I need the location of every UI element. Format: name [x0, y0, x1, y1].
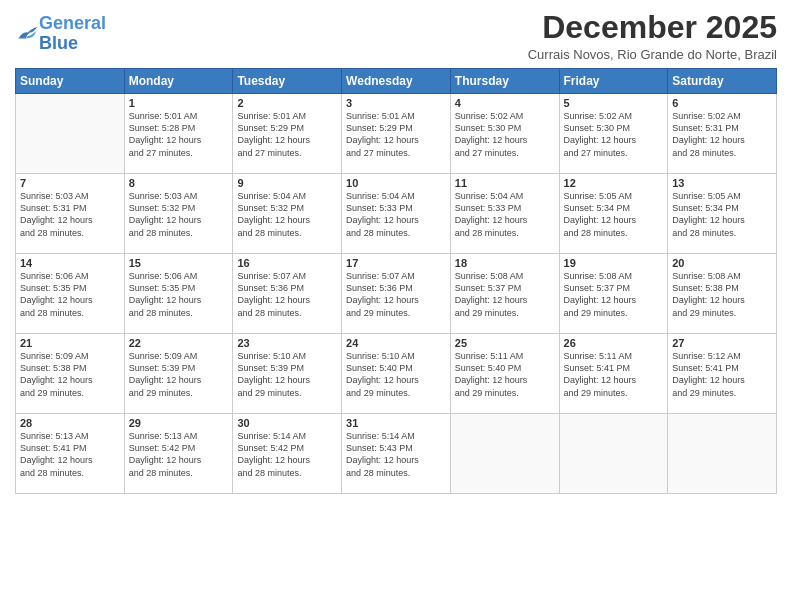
- calendar-cell: 2Sunrise: 5:01 AM Sunset: 5:29 PM Daylig…: [233, 94, 342, 174]
- calendar-cell: 13Sunrise: 5:05 AM Sunset: 5:34 PM Dayli…: [668, 174, 777, 254]
- month-title: December 2025: [528, 10, 777, 45]
- calendar-page: General Blue December 2025 Currais Novos…: [0, 0, 792, 612]
- calendar-cell: 3Sunrise: 5:01 AM Sunset: 5:29 PM Daylig…: [342, 94, 451, 174]
- day-info: Sunrise: 5:02 AM Sunset: 5:30 PM Dayligh…: [455, 110, 555, 159]
- header-row: Sunday Monday Tuesday Wednesday Thursday…: [16, 69, 777, 94]
- day-info: Sunrise: 5:08 AM Sunset: 5:37 PM Dayligh…: [455, 270, 555, 319]
- day-info: Sunrise: 5:10 AM Sunset: 5:39 PM Dayligh…: [237, 350, 337, 399]
- calendar-cell: 10Sunrise: 5:04 AM Sunset: 5:33 PM Dayli…: [342, 174, 451, 254]
- calendar-cell: 5Sunrise: 5:02 AM Sunset: 5:30 PM Daylig…: [559, 94, 668, 174]
- day-info: Sunrise: 5:05 AM Sunset: 5:34 PM Dayligh…: [672, 190, 772, 239]
- week-row-2: 7Sunrise: 5:03 AM Sunset: 5:31 PM Daylig…: [16, 174, 777, 254]
- day-number: 3: [346, 97, 446, 109]
- calendar-cell: 24Sunrise: 5:10 AM Sunset: 5:40 PM Dayli…: [342, 334, 451, 414]
- calendar-cell: 23Sunrise: 5:10 AM Sunset: 5:39 PM Dayli…: [233, 334, 342, 414]
- calendar-cell: 9Sunrise: 5:04 AM Sunset: 5:32 PM Daylig…: [233, 174, 342, 254]
- calendar-cell: 25Sunrise: 5:11 AM Sunset: 5:40 PM Dayli…: [450, 334, 559, 414]
- day-number: 14: [20, 257, 120, 269]
- calendar-cell: 8Sunrise: 5:03 AM Sunset: 5:32 PM Daylig…: [124, 174, 233, 254]
- calendar-cell: [450, 414, 559, 494]
- day-number: 21: [20, 337, 120, 349]
- calendar-cell: 6Sunrise: 5:02 AM Sunset: 5:31 PM Daylig…: [668, 94, 777, 174]
- day-info: Sunrise: 5:04 AM Sunset: 5:33 PM Dayligh…: [346, 190, 446, 239]
- day-number: 18: [455, 257, 555, 269]
- calendar-cell: 30Sunrise: 5:14 AM Sunset: 5:42 PM Dayli…: [233, 414, 342, 494]
- logo-text: General Blue: [39, 14, 106, 54]
- calendar-cell: 16Sunrise: 5:07 AM Sunset: 5:36 PM Dayli…: [233, 254, 342, 334]
- calendar-cell: [559, 414, 668, 494]
- calendar-cell: 18Sunrise: 5:08 AM Sunset: 5:37 PM Dayli…: [450, 254, 559, 334]
- day-number: 29: [129, 417, 229, 429]
- calendar-cell: 4Sunrise: 5:02 AM Sunset: 5:30 PM Daylig…: [450, 94, 559, 174]
- day-number: 2: [237, 97, 337, 109]
- day-number: 28: [20, 417, 120, 429]
- day-number: 13: [672, 177, 772, 189]
- calendar-cell: 19Sunrise: 5:08 AM Sunset: 5:37 PM Dayli…: [559, 254, 668, 334]
- day-number: 23: [237, 337, 337, 349]
- calendar-cell: 14Sunrise: 5:06 AM Sunset: 5:35 PM Dayli…: [16, 254, 125, 334]
- day-info: Sunrise: 5:01 AM Sunset: 5:29 PM Dayligh…: [237, 110, 337, 159]
- title-block: December 2025 Currais Novos, Rio Grande …: [528, 10, 777, 62]
- day-number: 1: [129, 97, 229, 109]
- day-number: 24: [346, 337, 446, 349]
- calendar-cell: [668, 414, 777, 494]
- day-info: Sunrise: 5:03 AM Sunset: 5:31 PM Dayligh…: [20, 190, 120, 239]
- day-number: 8: [129, 177, 229, 189]
- day-info: Sunrise: 5:14 AM Sunset: 5:42 PM Dayligh…: [237, 430, 337, 479]
- day-info: Sunrise: 5:04 AM Sunset: 5:32 PM Dayligh…: [237, 190, 337, 239]
- day-info: Sunrise: 5:11 AM Sunset: 5:40 PM Dayligh…: [455, 350, 555, 399]
- col-tuesday: Tuesday: [233, 69, 342, 94]
- day-number: 27: [672, 337, 772, 349]
- day-number: 15: [129, 257, 229, 269]
- day-info: Sunrise: 5:12 AM Sunset: 5:41 PM Dayligh…: [672, 350, 772, 399]
- calendar-cell: 12Sunrise: 5:05 AM Sunset: 5:34 PM Dayli…: [559, 174, 668, 254]
- day-info: Sunrise: 5:10 AM Sunset: 5:40 PM Dayligh…: [346, 350, 446, 399]
- day-info: Sunrise: 5:03 AM Sunset: 5:32 PM Dayligh…: [129, 190, 229, 239]
- calendar-cell: 26Sunrise: 5:11 AM Sunset: 5:41 PM Dayli…: [559, 334, 668, 414]
- calendar-cell: 17Sunrise: 5:07 AM Sunset: 5:36 PM Dayli…: [342, 254, 451, 334]
- calendar-cell: 15Sunrise: 5:06 AM Sunset: 5:35 PM Dayli…: [124, 254, 233, 334]
- day-number: 10: [346, 177, 446, 189]
- day-info: Sunrise: 5:08 AM Sunset: 5:38 PM Dayligh…: [672, 270, 772, 319]
- calendar-cell: 20Sunrise: 5:08 AM Sunset: 5:38 PM Dayli…: [668, 254, 777, 334]
- day-number: 9: [237, 177, 337, 189]
- day-info: Sunrise: 5:07 AM Sunset: 5:36 PM Dayligh…: [237, 270, 337, 319]
- logo-bird-icon: [17, 25, 39, 43]
- day-info: Sunrise: 5:01 AM Sunset: 5:29 PM Dayligh…: [346, 110, 446, 159]
- day-info: Sunrise: 5:05 AM Sunset: 5:34 PM Dayligh…: [564, 190, 664, 239]
- day-info: Sunrise: 5:06 AM Sunset: 5:35 PM Dayligh…: [129, 270, 229, 319]
- day-info: Sunrise: 5:06 AM Sunset: 5:35 PM Dayligh…: [20, 270, 120, 319]
- col-thursday: Thursday: [450, 69, 559, 94]
- day-number: 17: [346, 257, 446, 269]
- day-number: 4: [455, 97, 555, 109]
- day-number: 25: [455, 337, 555, 349]
- col-monday: Monday: [124, 69, 233, 94]
- day-info: Sunrise: 5:09 AM Sunset: 5:39 PM Dayligh…: [129, 350, 229, 399]
- day-info: Sunrise: 5:01 AM Sunset: 5:28 PM Dayligh…: [129, 110, 229, 159]
- day-number: 26: [564, 337, 664, 349]
- day-info: Sunrise: 5:13 AM Sunset: 5:41 PM Dayligh…: [20, 430, 120, 479]
- day-info: Sunrise: 5:02 AM Sunset: 5:30 PM Dayligh…: [564, 110, 664, 159]
- day-number: 12: [564, 177, 664, 189]
- day-info: Sunrise: 5:02 AM Sunset: 5:31 PM Dayligh…: [672, 110, 772, 159]
- day-number: 22: [129, 337, 229, 349]
- day-info: Sunrise: 5:14 AM Sunset: 5:43 PM Dayligh…: [346, 430, 446, 479]
- week-row-1: 1Sunrise: 5:01 AM Sunset: 5:28 PM Daylig…: [16, 94, 777, 174]
- header: General Blue December 2025 Currais Novos…: [15, 10, 777, 62]
- day-info: Sunrise: 5:04 AM Sunset: 5:33 PM Dayligh…: [455, 190, 555, 239]
- calendar-cell: 29Sunrise: 5:13 AM Sunset: 5:42 PM Dayli…: [124, 414, 233, 494]
- logo: General Blue: [15, 14, 106, 54]
- calendar-cell: 27Sunrise: 5:12 AM Sunset: 5:41 PM Dayli…: [668, 334, 777, 414]
- day-number: 20: [672, 257, 772, 269]
- calendar-cell: 22Sunrise: 5:09 AM Sunset: 5:39 PM Dayli…: [124, 334, 233, 414]
- logo-blue: Blue: [39, 33, 78, 53]
- calendar-cell: 31Sunrise: 5:14 AM Sunset: 5:43 PM Dayli…: [342, 414, 451, 494]
- day-number: 7: [20, 177, 120, 189]
- col-wednesday: Wednesday: [342, 69, 451, 94]
- week-row-4: 21Sunrise: 5:09 AM Sunset: 5:38 PM Dayli…: [16, 334, 777, 414]
- day-number: 19: [564, 257, 664, 269]
- day-info: Sunrise: 5:07 AM Sunset: 5:36 PM Dayligh…: [346, 270, 446, 319]
- day-number: 11: [455, 177, 555, 189]
- col-saturday: Saturday: [668, 69, 777, 94]
- calendar-cell: 28Sunrise: 5:13 AM Sunset: 5:41 PM Dayli…: [16, 414, 125, 494]
